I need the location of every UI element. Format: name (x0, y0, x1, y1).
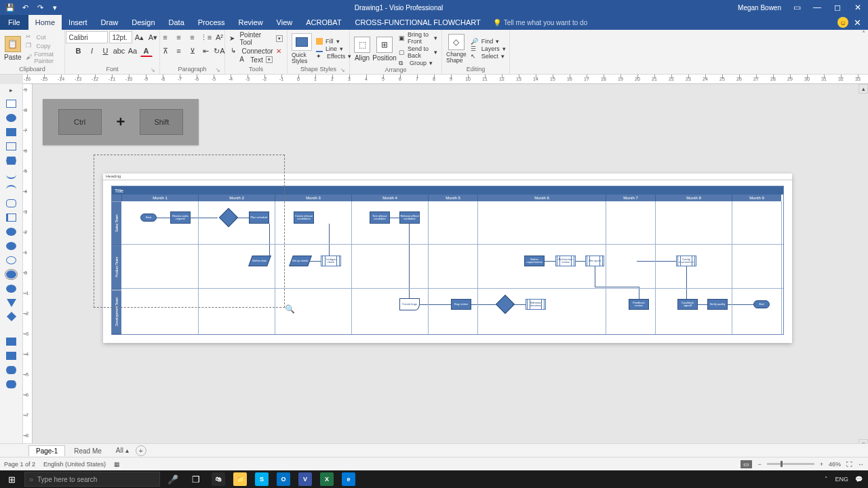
page-tab-readme[interactable]: Read Me (66, 445, 109, 456)
quick-shape-border[interactable] (6, 142, 16, 150)
effects-button[interactable]: ✦Effects ▾ (316, 53, 351, 60)
quick-shape-circle-sel[interactable] (6, 270, 16, 279)
connector[interactable] (595, 287, 639, 287)
close-icon[interactable]: ✕ (848, 0, 868, 15)
redo-icon[interactable]: ↷ (34, 1, 46, 14)
fill-button[interactable]: Fill ▾ (316, 38, 351, 45)
minimize-icon[interactable]: — (807, 0, 827, 15)
valign-top-icon[interactable]: ⊼ (159, 45, 172, 57)
tray-language[interactable]: ENG (835, 476, 848, 483)
quick-shape-circle-2[interactable] (6, 242, 16, 250)
qat-menu-icon[interactable]: ▾ (49, 1, 61, 14)
fit-page-icon[interactable]: ⛶ (846, 461, 852, 468)
connector[interactable] (409, 224, 410, 298)
shape-config-check[interactable]: Configure check (321, 256, 341, 266)
taskbar-app-edge[interactable]: e (338, 470, 359, 488)
connector[interactable] (512, 304, 526, 305)
connector[interactable] (310, 261, 321, 262)
change-shape-button[interactable]: ◇Change Shape (446, 34, 467, 63)
shape-cand-test[interactable]: Test release candidate (370, 211, 390, 224)
presentation-mode-icon[interactable]: ▭ (741, 460, 752, 468)
tray-chevron-icon[interactable]: ˄ (825, 476, 828, 483)
expand-shapes-icon[interactable]: ▸ (9, 87, 13, 94)
taskbar-app-visio[interactable]: V (294, 470, 316, 488)
bullets-icon[interactable]: ⋮≡ (200, 31, 212, 43)
bring-to-front-button[interactable]: ▣Bring to Front ▾ (399, 31, 437, 45)
shape-arch-review[interactable]: Architecture review (555, 256, 576, 266)
valign-bot-icon[interactable]: ⊻ (186, 45, 199, 57)
quick-shape-box-2[interactable] (6, 352, 16, 360)
align-button[interactable]: ⬚Align (354, 37, 370, 62)
connector[interactable] (420, 304, 451, 305)
quick-shape-rect[interactable] (6, 100, 16, 108)
dialog-launcher-icon[interactable]: ↘ (340, 67, 345, 73)
zoom-in-icon[interactable]: + (820, 461, 823, 468)
shape-create-bugs[interactable]: Create bugs (399, 298, 420, 310)
status-language[interactable]: English (United States) (43, 461, 106, 468)
indent-dec-icon[interactable]: ⇤ (200, 45, 212, 57)
taskbar-search[interactable]: ○Type here to search (24, 472, 160, 487)
font-color-button[interactable]: A (140, 45, 153, 57)
quick-shape-square[interactable] (6, 128, 16, 136)
connector[interactable] (471, 304, 496, 305)
shape-gather-req[interactable]: Gather requirements (524, 256, 545, 266)
undo-icon[interactable]: ↶ (19, 1, 31, 14)
connector[interactable] (329, 224, 330, 256)
collapse-ribbon-icon[interactable]: ˄ (859, 30, 868, 74)
action-center-icon[interactable]: 💬 (855, 476, 863, 483)
connector-tool-button[interactable]: ↳Connector✕ (231, 47, 281, 55)
shape-candidates[interactable]: Create release candidates (294, 211, 314, 224)
font-name-select[interactable]: Calibri (66, 31, 108, 43)
quick-shape-ellipse[interactable] (6, 114, 16, 122)
font-size-select[interactable]: 12pt. (109, 31, 132, 43)
quick-shape-circle-1[interactable] (6, 228, 16, 236)
format-painter-button[interactable]: 🖌Format Painter (26, 51, 60, 64)
save-icon[interactable]: 💾 (4, 1, 16, 14)
cortana-mic-icon[interactable]: 🎤 (161, 470, 184, 488)
copy-button[interactable]: ❐Copy (26, 42, 60, 50)
send-to-back-button[interactable]: ▢Send to Back ▾ (399, 45, 437, 59)
task-view-icon[interactable]: ❐ (184, 470, 208, 488)
superscript-icon[interactable]: A² (214, 31, 226, 43)
align-right-icon[interactable]: ≡ (186, 31, 199, 43)
underline-button[interactable]: U (100, 45, 112, 57)
valign-mid-icon[interactable]: ≡ (173, 45, 185, 57)
zoom-level[interactable]: 46% (829, 461, 841, 468)
ribbon-display-icon[interactable]: ▭ (787, 0, 807, 15)
shape-dev-sprint[interactable]: Dev sprint (585, 256, 604, 266)
shape-milestone[interactable]: Milestone iterations (526, 299, 546, 310)
shape-end[interactable]: End (753, 300, 770, 308)
maximize-icon[interactable]: ◻ (827, 0, 848, 15)
connector[interactable] (686, 266, 687, 299)
align-center-icon[interactable]: ≡ (173, 31, 185, 43)
scroll-up-icon[interactable]: ▴ (859, 84, 868, 94)
quick-shape-box-1[interactable] (6, 338, 16, 346)
user-name[interactable]: Megan Bowen (732, 4, 787, 12)
strike-button[interactable]: abc (113, 45, 125, 57)
quick-shape-sine[interactable] (6, 185, 16, 193)
ribbon-close-icon[interactable]: ✕ (854, 18, 861, 28)
line-button[interactable]: Line ▾ (316, 45, 351, 52)
tab-file[interactable]: File (0, 15, 28, 30)
group-button[interactable]: ⧉Group ▾ (399, 60, 437, 66)
connector[interactable] (390, 218, 399, 218)
taskbar-app-excel[interactable]: X (316, 470, 338, 488)
tab-home[interactable]: Home (28, 15, 62, 30)
bold-button[interactable]: B (73, 45, 85, 57)
align-left-icon[interactable]: ≡ (159, 31, 172, 43)
tab-cross-functional[interactable]: CROSS-FUNCTIONAL FLOWCHART (349, 15, 488, 30)
shape-feedback[interactable]: Feedback review (629, 299, 649, 310)
quick-shape-step[interactable] (6, 214, 16, 222)
tab-acrobat[interactable]: ACROBAT (299, 15, 348, 30)
quick-shape-oval-1[interactable] (6, 366, 16, 374)
shape-cand-signoff[interactable]: Candidate signoff (677, 299, 698, 310)
fit-width-icon[interactable]: ↔ (858, 461, 864, 468)
taskbar-app-outlook[interactable]: O (273, 470, 294, 488)
shape-verify[interactable]: Verify quality (707, 299, 728, 310)
quick-styles-button[interactable]: Quick Styles (292, 33, 312, 64)
tab-data[interactable]: Data (162, 15, 191, 30)
quick-shape-oval-2[interactable] (6, 380, 16, 388)
find-button[interactable]: 🔎Find ▾ (471, 38, 506, 45)
tab-view[interactable]: View (270, 15, 300, 30)
layers-button[interactable]: ☰Layers ▾ (471, 45, 506, 52)
